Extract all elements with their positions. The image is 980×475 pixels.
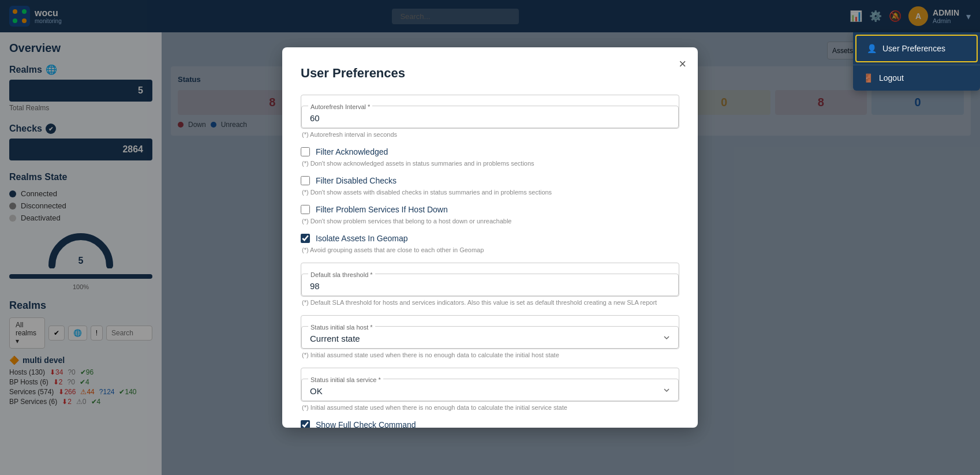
show-check-group: Show Full Check Command (*) Enable the f… [301,420,679,427]
dropdown-user-preferences-label: User Preferences [882,44,945,53]
status-service-hint: (*) Initial assumed state used when ther… [302,404,679,411]
sla-threshold-label: Default sla threshold * [308,271,375,278]
dropdown-item-user-preferences[interactable]: 👤 User Preferences [855,35,978,62]
autorefresh-label: Autorefresh Interval * [308,103,372,110]
status-host-label: Status initial sla host * [308,324,375,331]
show-check-label[interactable]: Show Full Check Command [316,420,416,427]
dropdown-logout-label: Logout [879,73,904,83]
sla-threshold-group: Default sla threshold * (*) Default SLA … [301,263,679,306]
filter-disabled-label[interactable]: Filter Disabled Checks [316,176,397,185]
user-preferences-modal: User Preferences × Autorefresh Interval … [282,47,698,427]
sla-threshold-hint: (*) Default SLA threshold for hosts and … [302,299,679,306]
filter-disabled-hint: (*) Don't show assets with disabled chec… [302,189,679,196]
filter-ack-checkbox[interactable] [301,147,310,156]
status-service-group: Status initial sla service * OK Warning … [301,368,679,411]
filter-ack-group: Filter Acknowledged (*) Don't show ackno… [301,147,679,167]
show-check-checkbox[interactable] [301,420,310,427]
autorefresh-group: Autorefresh Interval * (*) Autorefresh i… [301,95,679,138]
filter-disabled-group: Filter Disabled Checks (*) Don't show as… [301,176,679,196]
user-dropdown-menu: 👤 User Preferences 🚪 Logout [853,32,980,91]
status-host-hint: (*) Initial assumed state used when ther… [302,351,679,358]
isolate-assets-group: Isolate Assets In Geomap (*) Avoid group… [301,234,679,253]
modal-close-button[interactable]: × [679,57,686,72]
dropdown-item-logout[interactable]: 🚪 Logout [853,65,980,91]
isolate-assets-checkbox[interactable] [301,234,310,243]
filter-problem-label[interactable]: Filter Problem Services If Host Down [316,205,448,214]
filter-disabled-checkbox[interactable] [301,176,310,185]
modal-title: User Preferences [301,66,679,81]
filter-ack-hint: (*) Don't show acknowledged assets in st… [302,160,679,167]
modal-overlay[interactable]: User Preferences × Autorefresh Interval … [0,0,980,475]
isolate-assets-hint: (*) Avoid grouping assets that are close… [302,246,679,253]
user-preferences-icon: 👤 [867,44,877,53]
autorefresh-hint: (*) Autorefresh interval in seconds [302,131,679,138]
status-host-group: Status initial sla host * Current state … [301,315,679,358]
isolate-assets-label[interactable]: Isolate Assets In Geomap [316,234,408,243]
filter-problem-checkbox[interactable] [301,205,310,214]
status-service-label: Status initial sla service * [308,376,383,383]
filter-ack-label[interactable]: Filter Acknowledged [316,147,388,156]
filter-problem-hint: (*) Don't show problem services that bel… [302,218,679,225]
filter-problem-group: Filter Problem Services If Host Down (*)… [301,205,679,225]
logout-icon: 🚪 [863,73,873,83]
